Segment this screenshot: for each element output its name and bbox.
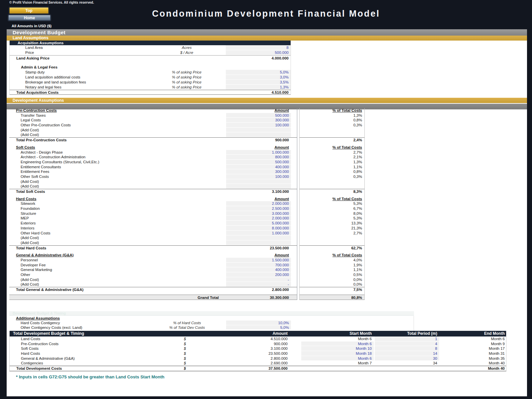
cost-section-body: Transfer Taxes 500.000 1,3% Legal Costs … [9,113,365,137]
cost-item-pct: 13,3% [299,221,365,226]
timing-row-period[interactable]: 4 [375,341,439,346]
stamp-duty-input[interactable]: 5,0% [226,70,291,75]
pct-box-left-border [299,108,300,300]
land-area-input[interactable]: 8 [226,45,291,50]
cost-item-amount[interactable] [226,240,291,245]
cost-item-amount[interactable]: 5.000.000 [226,221,291,226]
cost-item-amount[interactable]: 1.000.000 [226,231,291,236]
timing-row-period[interactable]: 8 [375,346,439,351]
price-unit: $ / Acre [148,50,226,55]
land-acq-additional-row: Land acquisition additional costs % of a… [10,75,291,80]
cost-total-amount: 23.500.000 [226,246,291,250]
cost-item-row: (Add Cost) - 0,0% [9,282,365,287]
ghost-section-bar: Development Budget & Timing [9,311,414,316]
cost-item-amount[interactable]: - [226,277,291,282]
land-assumptions-bar: Land Assumptions [7,36,527,41]
cost-item-amount[interactable]: 400.000 [226,267,291,272]
admin-legal-fees-label: Admin & Legal Fees [10,65,291,70]
cost-item-amount[interactable]: 800.000 [226,155,291,160]
timing-row-unit: $ [163,351,207,356]
cost-section-title: Hard Costs [16,197,36,201]
cost-item-pct [299,235,365,240]
development-assumptions-bar: Development Assumptions [7,98,527,103]
cost-item-amount[interactable]: 2.000.000 [226,201,291,206]
cost-item-amount[interactable]: 100.000 [226,174,291,179]
cost-item-amount[interactable]: 1.500.000 [226,258,291,263]
grand-total-row: Grand Total 30.300.000 80,8% [9,295,365,300]
cost-item-amount[interactable] [226,184,291,189]
timing-row-start-month[interactable]: Month 18 [301,351,374,356]
timing-row-period[interactable]: 14 [375,351,439,356]
cost-item-label: Engineering Consultants (Structural, Civ… [9,160,226,165]
cost-item-pct: 2,7% [299,231,365,236]
cost-item-amount[interactable] [226,235,291,240]
cost-item-label: Personnel [9,258,226,263]
price-input[interactable]: 500.000 [226,50,291,55]
cost-section-header-row: Pre-Contruction Costs Amount % of Total … [9,108,365,113]
cost-item-pct: 6,7% [299,206,365,211]
cost-item-row: (Add Cost) [9,179,365,184]
cost-item-amount[interactable]: 2.500.000 [226,206,291,211]
notary-input[interactable]: 1,3% [226,85,291,90]
timing-row-unit: $ [163,361,207,366]
cost-item-label: (Add Cost) [9,179,226,184]
cost-section-body: Architect - Design Phase 1.000.000 2,7% … [9,150,365,189]
cost-item-amount[interactable]: 300.000 [226,118,291,123]
cost-item-amount[interactable] [226,128,291,133]
cost-item-row: Personnel 1.500.000 4,0% [9,258,365,263]
cost-item-amount[interactable]: 500.000 [226,160,291,165]
cost-item-amount[interactable]: 500.000 [226,113,291,118]
cost-item-row: Structure 3.000.000 8,0% [9,211,365,216]
timing-row-start-month[interactable]: Month 10 [301,346,374,351]
brokerage-input[interactable]: 3,5% [226,80,291,85]
cost-item-amount[interactable]: - [226,282,291,287]
amount-col-header: Amount [275,253,289,257]
cost-item-row: Interiors 8.000.000 21,3% [9,226,365,231]
amounts-note: All Amounts in USD ($) [12,24,52,28]
cost-item-row: Foundation 2.500.000 6,7% [9,206,365,211]
cost-item-pct [299,240,365,245]
cost-item-label: Entitlement Consultants [9,165,226,170]
cost-item-pct: 21,3% [299,226,365,231]
cost-item-pct: 5,3% [299,216,365,221]
cost-item-amount[interactable] [226,132,291,137]
timing-row-period[interactable]: 1 [375,336,439,341]
timing-row-unit: $ [163,346,207,351]
cost-item-amount[interactable]: 100.000 [226,123,291,128]
amount-column-divider [297,108,297,300]
cost-item-row: Architect - Design Phase 1.000.000 2,7% [9,150,365,155]
cost-item-amount[interactable]: 2.000.000 [226,216,291,221]
cost-section-body: Personnel 1.500.000 4,0% Developer Fee 7… [9,258,365,287]
land-acq-additional-input[interactable]: 3,0% [226,75,291,80]
land-area-row: Land Area Acres 8 [10,45,291,50]
cost-item-row: Other Soft Costs 100.000 0,3% [9,174,365,179]
timing-row-start-month[interactable]: Month 6 [301,341,374,346]
cost-total-label: Total Soft Costs [9,189,226,194]
cost-item-amount[interactable]: 700.000 [226,263,291,268]
timing-row-start-month[interactable]: Month 6 [301,356,374,361]
cost-item-row: Sitework 2.000.000 5,3% [9,201,365,206]
cost-item-label: Architect - Construction Administration [9,155,226,160]
stamp-duty-row: Stamp duty % of asking Price 5,0% [10,70,291,75]
timing-row-period[interactable]: 30 [375,356,439,361]
cost-item-amount[interactable]: 1.000.000 [226,150,291,155]
cost-item-amount[interactable]: 200.000 [226,272,291,277]
timing-table: Total Development Budget & Timing Amount… [9,331,506,371]
cost-item-row: Transfer Taxes 500.000 1,3% [9,113,365,118]
pct-col-header: % of Total Costs [332,253,362,257]
cost-item-row: Architect - Construction Administration … [9,155,365,160]
cost-total-pct: 62,7% [299,245,365,250]
timing-row-unit: $ [163,341,207,346]
timing-row: Pre-Contruction Costs $ 900.000 Month 6 … [10,341,506,346]
cost-item-amount[interactable] [226,179,291,184]
cost-item-amount[interactable]: 300.000 [226,169,291,174]
cost-item-amount[interactable]: 8.000.000 [226,226,291,231]
cost-item-pct: 0,0% [299,282,365,287]
cost-section-title: Pre-Contruction Costs [16,108,57,112]
cost-item-amount[interactable]: 400.000 [226,165,291,170]
pct-col-header: % of Total Costs [332,145,362,149]
cost-item-amount[interactable]: 3.000.000 [226,211,291,216]
hard-costs-contingency-input[interactable]: 10,0% [226,321,291,325]
other-contingency-input[interactable]: 5,0% [226,325,291,330]
cost-item-label: Foundation [9,206,226,211]
